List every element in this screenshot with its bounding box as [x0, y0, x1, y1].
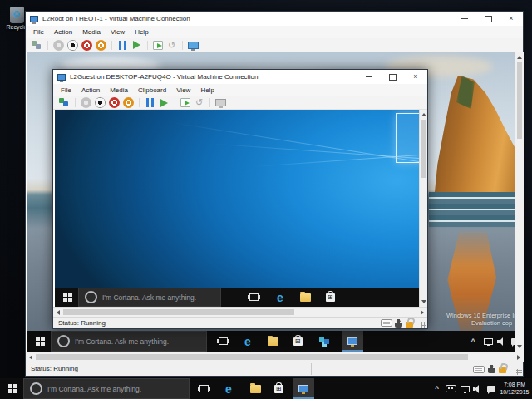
- outer-minimize-button[interactable]: [453, 12, 476, 26]
- start-vm-button[interactable]: [81, 97, 91, 108]
- outer-menu-help[interactable]: Help: [130, 26, 153, 38]
- l2root-search-box[interactable]: I'm Cortana. Ask me anything.: [51, 331, 207, 352]
- l2guest-search-placeholder: I'm Cortana. Ask me anything.: [102, 293, 196, 302]
- outer-menu-view[interactable]: View: [106, 26, 130, 38]
- shut-down-button[interactable]: [109, 97, 120, 108]
- clock-time: 7:08 PM: [499, 381, 530, 388]
- host-start-button[interactable]: [2, 378, 23, 399]
- ctrl-alt-del-button[interactable]: [59, 97, 70, 108]
- minimize-icon: [366, 76, 372, 77]
- inner-menu-action[interactable]: Action: [76, 84, 105, 96]
- checkpoint-button[interactable]: [180, 98, 190, 107]
- pause-button[interactable]: [119, 41, 126, 50]
- l2guest-search-box[interactable]: I'm Cortana. Ask me anything.: [78, 288, 221, 307]
- host-clock[interactable]: 7:08 PM 10/12/2015: [499, 381, 530, 396]
- l2root-hyperv-manager-button[interactable]: [313, 331, 335, 352]
- tray-media-icon: [446, 385, 456, 392]
- ctrl-alt-del-button[interactable]: [32, 40, 42, 51]
- l2root-taskbar: I'm Cortana. Ask me anything. e ⊞ ^: [27, 331, 515, 352]
- host-taskbar: I'm Cortana. Ask me anything. e ⊞ ^ 7:08…: [0, 378, 532, 399]
- inner-menu-media[interactable]: Media: [105, 84, 133, 96]
- outer-maximize-button[interactable]: [476, 12, 500, 26]
- cortana-icon: [57, 335, 70, 347]
- l2guest-edge-button[interactable]: e: [269, 288, 291, 307]
- keyboard-status-icon: [473, 366, 485, 373]
- l2guest-taskbar: I'm Cortana. Ask me anything. e ⊞: [55, 288, 419, 307]
- l2root-tray-actioncenter[interactable]: [509, 331, 515, 352]
- windows-logo-icon: [36, 337, 45, 346]
- l2root-tray-network[interactable]: [481, 331, 495, 352]
- host-explorer-button[interactable]: [244, 378, 266, 399]
- save-vm-button[interactable]: [96, 40, 106, 51]
- inner-menu-help[interactable]: Help: [195, 84, 219, 96]
- l2guest-taskview-button[interactable]: [243, 288, 264, 307]
- inner-maximize-button[interactable]: [381, 70, 404, 84]
- outer-titlebar[interactable]: L2Root on THEOT-1 - Virtual Machine Conn…: [26, 12, 523, 26]
- l2root-tray-chevron[interactable]: ^: [466, 331, 480, 352]
- store-icon: ⊞: [274, 385, 283, 393]
- outer-menu-media[interactable]: Media: [77, 26, 106, 38]
- file-explorer-icon: [300, 293, 311, 302]
- speaker-icon: [497, 337, 507, 346]
- maximize-icon: [389, 74, 397, 81]
- inner-minimize-button[interactable]: [357, 70, 381, 84]
- vmconnect-app-icon: [30, 16, 38, 22]
- l2guest-explorer-button[interactable]: [294, 288, 316, 307]
- l2root-start-button[interactable]: [29, 331, 51, 352]
- inner-vm-display[interactable]: I'm Cortana. Ask me anything. e ⊞: [55, 110, 419, 307]
- inner-menubar: File Action Media Clipboard View Help: [53, 84, 427, 96]
- l2root-taskview-button[interactable]: [212, 331, 234, 352]
- host-tray-hyperv[interactable]: [444, 378, 457, 399]
- inner-status-bar: Status: Running: [53, 317, 427, 328]
- l2root-tray-volume[interactable]: [495, 331, 509, 352]
- inner-close-button[interactable]: ×: [404, 70, 427, 84]
- enhanced-session-button[interactable]: [215, 99, 226, 106]
- inner-titlebar[interactable]: L2Guest on DESKTOP-A2FUQ4O - Virtual Mac…: [53, 70, 427, 84]
- start-vm-button[interactable]: [53, 40, 64, 51]
- l2root-store-button[interactable]: ⊞: [287, 331, 308, 352]
- turn-off-button[interactable]: [95, 97, 106, 108]
- shut-down-button[interactable]: [81, 40, 92, 51]
- l2root-explorer-button[interactable]: [262, 331, 283, 352]
- host-edge-button[interactable]: e: [218, 378, 239, 399]
- enhanced-session-button[interactable]: [188, 42, 199, 49]
- host-search-box[interactable]: I'm Cortana. Ask me anything.: [23, 378, 190, 399]
- outer-horizontal-scrollbar[interactable]: [26, 352, 524, 362]
- l2root-vmconnect-button[interactable]: [342, 331, 363, 352]
- host-tray-volume[interactable]: [471, 378, 485, 399]
- resize-grip[interactable]: [421, 322, 426, 328]
- l2guest-store-button[interactable]: ⊞: [319, 288, 341, 307]
- outer-toolbar: ↺: [26, 38, 523, 52]
- revert-button[interactable]: ↺: [194, 97, 204, 108]
- host-tray-network[interactable]: [458, 378, 471, 399]
- inner-vertical-scrollbar[interactable]: [419, 110, 427, 307]
- host-tray-chevron[interactable]: ^: [431, 378, 443, 399]
- store-icon: ⊞: [293, 337, 303, 346]
- host-vmconnect-button[interactable]: [293, 378, 314, 399]
- checkpoint-button[interactable]: [153, 41, 163, 50]
- host-store-button[interactable]: ⊞: [268, 378, 289, 399]
- outer-close-button[interactable]: ×: [500, 12, 523, 26]
- reset-button[interactable]: [133, 41, 140, 49]
- reset-button[interactable]: [160, 99, 168, 107]
- speaker-icon: [473, 385, 483, 393]
- inner-menu-clipboard[interactable]: Clipboard: [133, 84, 171, 96]
- host-taskview-button[interactable]: [193, 378, 214, 399]
- inner-horizontal-scrollbar[interactable]: [53, 307, 427, 317]
- outer-vertical-scrollbar[interactable]: [515, 52, 524, 352]
- outer-menu-file[interactable]: File: [28, 26, 49, 38]
- outer-menu-action[interactable]: Action: [49, 26, 77, 38]
- user-status-icon: [395, 319, 402, 328]
- resize-grip[interactable]: [516, 369, 522, 375]
- inner-menu-file[interactable]: File: [56, 84, 76, 96]
- revert-button[interactable]: ↺: [166, 40, 177, 51]
- inner-menu-view[interactable]: View: [171, 84, 195, 96]
- pause-button[interactable]: [146, 98, 154, 107]
- outer-status-bar: Status: Running: [26, 362, 523, 376]
- save-vm-button[interactable]: [123, 97, 134, 108]
- turn-off-button[interactable]: [67, 40, 78, 51]
- host-tray-actioncenter[interactable]: [485, 378, 498, 399]
- inner-status-text: Status: Running: [58, 319, 106, 327]
- l2root-edge-button[interactable]: e: [237, 331, 259, 352]
- l2guest-start-button[interactable]: [57, 288, 78, 307]
